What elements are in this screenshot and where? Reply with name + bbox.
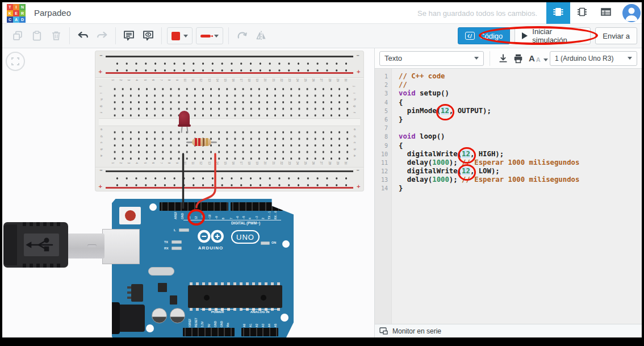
code-token: // Esperar 1000 milisegundos	[462, 176, 579, 184]
line-number: 14	[375, 184, 392, 193]
column-number: 26	[312, 160, 315, 166]
code-token: //	[399, 81, 407, 89]
led-component[interactable]	[179, 111, 190, 127]
zoom-to-fit-button[interactable]	[6, 52, 25, 71]
column-number: 30	[344, 160, 348, 166]
column-number: 26	[312, 77, 315, 83]
code-line[interactable]: 11 delay(1000); // Esperar 1000 milisegu…	[375, 159, 642, 167]
code-line[interactable]: 12 digitalWrite(12, LOW);	[375, 167, 642, 176]
line-number: 12	[375, 167, 392, 176]
code-text: delay(1000); // Esperar 1000 milisegundo…	[392, 176, 579, 184]
row-letter: g	[100, 105, 103, 107]
send-to-button[interactable]: Enviar a	[595, 27, 637, 44]
code-line[interactable]: 4{	[375, 98, 642, 107]
pin-label: 8	[221, 211, 227, 219]
undo-button[interactable]	[73, 26, 93, 45]
code-line[interactable]: 7	[375, 124, 642, 132]
usb-cable-shaft	[66, 234, 104, 259]
minus-marker: −	[99, 168, 103, 173]
code-line[interactable]: 1// C++ code	[375, 72, 642, 81]
list-view-button[interactable]	[594, 2, 618, 24]
rotate-button[interactable]	[232, 26, 252, 45]
reset-button[interactable]	[119, 207, 141, 224]
column-number: 12	[199, 160, 203, 166]
font-size-dropdown[interactable]: A A	[529, 53, 548, 63]
arduino-uno-board[interactable]: AREFGND1312~11~10~98 7~6~54~32TX→1RX←0 D…	[112, 199, 294, 337]
design-title[interactable]: Parpadeo	[34, 8, 71, 18]
mirror-button[interactable]	[252, 26, 271, 45]
code-token: void	[399, 89, 416, 97]
analog-bracket-line	[241, 309, 278, 310]
column-number: 8	[168, 160, 171, 166]
code-line[interactable]: 2//	[375, 81, 642, 89]
resistor-component[interactable]	[186, 138, 217, 146]
code-line[interactable]: 13 delay(1000); // Esperar 1000 milisegu…	[375, 176, 642, 184]
column-numbers: 1234567891011121314151617181920212223242…	[109, 78, 350, 84]
circuit-canvas[interactable]: − − + + 12345678910111213141516171819202…	[2, 48, 375, 337]
usb-ridges	[23, 222, 62, 226]
code-text: }	[392, 115, 403, 124]
power-jack	[107, 305, 145, 332]
components-view-button[interactable]	[546, 2, 570, 24]
tinkercad-app: TINKERCAD Parpadeo Se han guardado todos…	[2, 2, 642, 337]
column-number: 17	[240, 77, 243, 83]
row-letter: j	[99, 86, 103, 86]
avatar[interactable]	[622, 4, 641, 22]
board-select[interactable]: 1 (Arduino Uno R3)	[550, 51, 637, 66]
row-letters: edcba	[353, 127, 359, 160]
schematic-view-button[interactable]	[570, 2, 594, 24]
column-number: 29	[336, 77, 340, 83]
analog-header[interactable]	[241, 328, 278, 336]
code-line[interactable]: 6}	[375, 115, 642, 124]
digital-header-b[interactable]	[231, 202, 283, 211]
power-header[interactable]	[183, 328, 235, 336]
board-select-value: 1 (Arduino Uno R3)	[555, 55, 613, 62]
rail-dots	[110, 59, 349, 72]
center-channel	[99, 118, 360, 126]
paste-button[interactable]	[27, 26, 47, 45]
code-line[interactable]: 10 digitalWrite(12, HIGH);	[375, 150, 642, 159]
pin-label: ~10	[208, 211, 213, 219]
color-dropdown[interactable]	[167, 27, 193, 44]
code-button[interactable]: Código	[458, 27, 510, 44]
resistor-band	[198, 138, 200, 146]
serial-monitor-bar[interactable]: Monitor en serie	[375, 324, 642, 337]
tinkercad-logo[interactable]: TINKERCAD	[7, 4, 26, 23]
code-token: delay(	[399, 176, 432, 184]
code-line[interactable]: 14}	[375, 184, 642, 193]
code-line[interactable]: 3void setup()	[375, 89, 642, 98]
logo-tile: D	[19, 16, 26, 23]
label-visibility-button[interactable]	[139, 26, 158, 45]
send-to-label: Enviar a	[603, 32, 630, 40]
code-editor[interactable]: 1// C++ code2//3void setup()4{5 pinMode(…	[375, 69, 642, 324]
edit-mode-value: Texto	[384, 54, 402, 62]
code-token: // C++ code	[399, 72, 445, 80]
logo-tile: A	[13, 16, 19, 23]
code-line[interactable]: 5 pinMode(12, OUTPUT);	[375, 107, 642, 115]
pin-label: 7	[229, 211, 235, 219]
edit-mode-select[interactable]: Texto	[379, 51, 484, 66]
copy-button[interactable]	[8, 26, 27, 45]
column-number: 7	[160, 77, 163, 83]
column-number: 11	[191, 77, 195, 83]
wire-type-dropdown[interactable]	[196, 27, 223, 44]
column-number: 23	[288, 160, 291, 166]
delete-button[interactable]	[47, 26, 66, 45]
notes-button[interactable]	[119, 26, 139, 45]
print-code-button[interactable]	[511, 51, 525, 66]
chip-tiny	[170, 295, 177, 305]
code-token: setup()	[416, 89, 449, 97]
logo-tile: R	[19, 10, 26, 16]
power-pin-labels: IOREFRESET3.3V5VGNDGNDVin	[187, 315, 232, 327]
reset-button-cap	[125, 210, 136, 221]
row-letter: e	[353, 128, 357, 130]
digital-header-a[interactable]	[160, 202, 228, 211]
code-line[interactable]: 8void loop()	[375, 132, 642, 141]
start-simulation-button[interactable]: Iniciar simulación	[515, 27, 591, 44]
column-number: 5	[144, 77, 147, 83]
breadboard[interactable]: − − + + 12345678910111213141516171819202…	[95, 51, 363, 191]
redo-button[interactable]	[93, 26, 112, 45]
pin-number-token: 12	[462, 167, 470, 175]
code-line[interactable]: 9{	[375, 141, 642, 150]
download-code-button[interactable]	[496, 51, 511, 66]
